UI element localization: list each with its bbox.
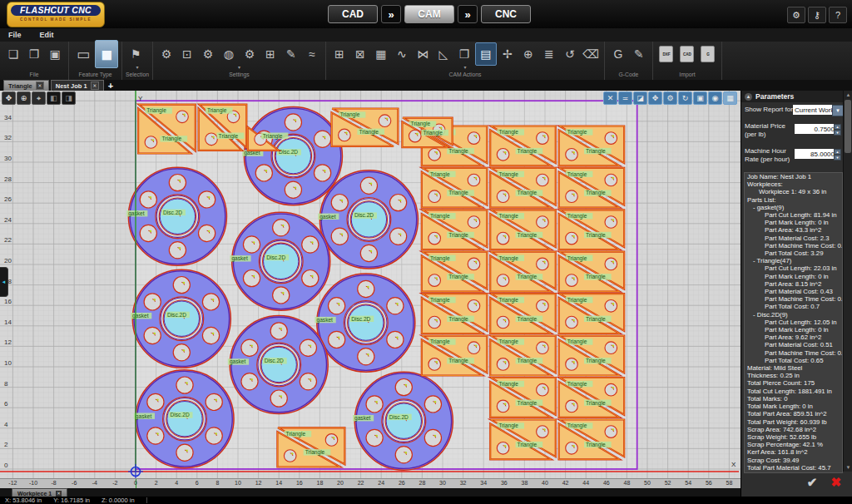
gear-settings-icon[interactable]: ⚙ (240, 43, 260, 65)
mode-cnc-button[interactable]: CNC (481, 5, 531, 23)
disc-part[interactable] (275, 137, 311, 174)
disc-part[interactable] (260, 346, 297, 383)
zoom-window-icon[interactable]: ⌖ (32, 91, 46, 105)
gasket-part[interactable]: gasketDisc.2D (134, 370, 234, 468)
panel-flyout-handle[interactable]: ◄ (0, 267, 8, 297)
show-shading-icon[interactable]: ◪ (633, 91, 647, 105)
scroll-down-icon[interactable]: ▼ (844, 463, 852, 472)
scroll-up-icon[interactable]: ▲ (844, 91, 852, 99)
machine-rate-input[interactable]: 85.0000 (795, 149, 836, 159)
toolbar-group-label: Feature Type (72, 71, 118, 79)
sheets-icon[interactable]: ≣ (539, 43, 559, 65)
disc-part[interactable] (385, 403, 422, 439)
machine-settings-icon[interactable]: ⚙ (787, 7, 805, 23)
edit-gcode-icon[interactable]: ✎ (629, 43, 649, 65)
show-report-dropdown[interactable]: Current Work (793, 105, 834, 115)
duplicate-part-icon[interactable]: ❐ (454, 43, 474, 65)
top-bar: FLASHCUT CNC CONTROL MADE SIMPLE CAD»CAM… (0, 0, 852, 28)
mode-cad-button[interactable]: CAD (328, 5, 378, 23)
show-points-icon[interactable]: ◉ (708, 91, 722, 105)
feature-filled-icon[interactable]: ◼ (95, 40, 118, 68)
new-file-icon[interactable]: ❏ (3, 43, 23, 65)
material-price-input[interactable]: 0.7500 (795, 124, 836, 134)
menu-edit[interactable]: Edit (40, 31, 54, 39)
select-tool-icon[interactable]: ⚑ (126, 43, 146, 65)
transform-icon[interactable]: ✢ (498, 43, 518, 65)
material-price-stepper[interactable]: ▲▼ (834, 124, 841, 134)
water-table-settings-icon[interactable]: ≈ (302, 43, 322, 65)
mode-cam-button[interactable]: CAM (404, 5, 454, 23)
show-rotate-icon[interactable]: ↻ (678, 91, 692, 105)
toolpath-icon[interactable]: ∿ (392, 43, 412, 65)
part-label: Triangle (516, 442, 543, 448)
gasket-part[interactable]: gasketDisc.2D (126, 167, 226, 265)
scroll-thumb[interactable] (845, 100, 851, 153)
delete-icon[interactable]: ⌫ (581, 43, 601, 65)
show-rapids-icon[interactable]: ✕ (603, 91, 617, 105)
generate-gcode-icon[interactable]: G (608, 43, 628, 65)
machine-rate-stepper[interactable]: ▲▼ (834, 149, 841, 159)
rotary-360-settings-icon[interactable]: ◍ (219, 43, 239, 65)
import-dxf-icon[interactable]: DXF (656, 43, 676, 65)
machine-settings-icon[interactable]: ⊡ (177, 43, 197, 65)
close-icon[interactable]: ✕ (91, 82, 99, 90)
cancel-button[interactable]: ✖ (830, 475, 841, 490)
doc-tab-nest-job-1[interactable]: Nest Job 1 ✕ (51, 80, 104, 91)
y-ruler-number: 8 (4, 380, 8, 388)
import-gcode-icon[interactable]: G (698, 43, 718, 65)
disc-part[interactable] (350, 201, 387, 238)
disc-part[interactable] (163, 300, 200, 337)
logo-title: FLASHCUT CNC (11, 5, 101, 16)
lead-in-icon[interactable]: ◺ (433, 43, 453, 65)
report-icon[interactable]: ▤ (475, 42, 497, 66)
accept-button[interactable]: ✔ (807, 475, 818, 490)
fabhead-settings-icon[interactable]: ⚙ (198, 43, 218, 65)
link-parts-icon[interactable]: ⊕ (518, 43, 538, 65)
license-key-icon[interactable]: ⚷ (808, 7, 826, 23)
x-ruler-number: 42 (557, 480, 574, 486)
pan-icon[interactable]: ✥ (2, 91, 16, 105)
close-icon[interactable]: ✕ (56, 491, 62, 497)
material-settings-icon[interactable]: ✎ (281, 43, 301, 65)
import-cad-icon[interactable]: CAD (677, 43, 697, 65)
disc-part[interactable] (166, 401, 203, 437)
gasket-part[interactable]: gasketDisc.2D (242, 107, 342, 205)
zoom-in-icon[interactable]: ⊕ (17, 91, 31, 105)
gasket-part[interactable]: gasketDisc.2D (131, 269, 230, 368)
workpiece-icon[interactable]: ▦ (371, 43, 391, 65)
reset-icon[interactable]: ↺ (560, 43, 580, 65)
parameters-header[interactable]: ▲ Parameters (741, 91, 847, 102)
view-fit-icon[interactable]: ◧ (47, 91, 61, 105)
menu-file[interactable]: File (8, 31, 22, 39)
disc-part[interactable] (159, 198, 196, 235)
doc-tab-triangle[interactable]: Triangle ✕ (3, 80, 49, 91)
feature-outline-icon[interactable]: ▭ (72, 41, 94, 67)
disc-part[interactable] (348, 304, 384, 341)
show-directions-icon[interactable]: ✥ (648, 91, 662, 105)
show-grid-icon[interactable]: ▦ (723, 91, 737, 105)
part-label: gasket (126, 210, 147, 217)
open-file-icon[interactable]: ❐ (24, 43, 44, 65)
svg-text:Triangle: Triangle (567, 129, 587, 136)
monitor-settings-icon[interactable]: ⊞ (260, 43, 280, 65)
help-icon[interactable]: ? (829, 7, 847, 23)
cam-canvas[interactable]: 0246810121416182022242628303234gasketDis… (0, 91, 741, 478)
chevron-down-icon[interactable]: ▾ (832, 105, 844, 116)
collapse-icon[interactable]: ▲ (745, 93, 752, 101)
save-file-icon[interactable]: ▣ (45, 43, 65, 65)
x-ruler-number: 8 (209, 480, 225, 486)
view-extents-icon[interactable]: ◨ (62, 91, 76, 105)
add-tab-button[interactable]: + (108, 81, 113, 91)
panel-scrollbar[interactable]: ▲ ▼ (843, 91, 852, 472)
bridge-icon[interactable]: ⋈ (413, 43, 433, 65)
gasket-part[interactable]: gasketDisc.2D (318, 170, 418, 269)
show-frame-icon[interactable]: ▣ (693, 91, 707, 105)
nest-settings-icon[interactable]: ⊠ (350, 43, 370, 65)
show-tooling-icon[interactable]: ⚙ (663, 91, 677, 105)
show-kerf-icon[interactable]: ≃ (618, 91, 632, 105)
sheet-settings-icon[interactable]: ⚙ (156, 43, 176, 65)
disc-part[interactable] (263, 243, 300, 279)
toolbar-group-g-code: G✎ G-Code (605, 42, 653, 80)
close-icon[interactable]: ✕ (36, 82, 44, 90)
nest-parts-icon[interactable]: ⊞ (329, 43, 349, 65)
